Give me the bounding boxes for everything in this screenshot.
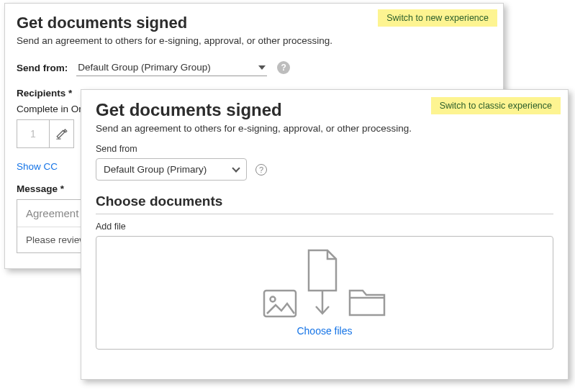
message-label: Message * [17,183,64,194]
file-download-icon [306,249,339,318]
order-number-input[interactable]: 1 [17,119,50,148]
new-panel: Switch to classic experience Get documen… [81,89,569,380]
page-subtitle: Send an agreement to others for e-signin… [17,35,492,46]
pen-icon [55,127,68,140]
send-from-value: Default Group (Primary) [104,164,207,175]
image-icon [263,289,297,318]
send-from-select[interactable]: Default Group (Primary) [96,158,247,181]
sign-role-button[interactable] [50,119,74,148]
choose-documents-heading: Choose documents [96,193,553,209]
svg-point-1 [271,297,276,302]
switch-to-classic-link[interactable]: Switch to classic experience [431,97,561,114]
caret-down-icon [258,65,266,70]
send-from-select[interactable]: Default Group (Primary Group) [76,59,267,76]
divider [96,214,553,214]
switch-to-new-link[interactable]: Switch to new experience [378,9,497,27]
file-dropzone[interactable]: Choose files [96,236,553,350]
send-from-value: Default Group (Primary Group) [78,62,211,73]
send-from-label: Send from: [17,63,68,73]
page-subtitle: Send an agreement to others for e-signin… [96,123,553,134]
help-icon[interactable]: ? [255,164,267,176]
add-file-label: Add file [96,222,553,232]
choose-files-link[interactable]: Choose files [296,325,352,337]
chevron-down-icon [232,164,240,172]
help-icon[interactable]: ? [277,61,290,74]
complete-order-label: Complete in Ord [17,104,87,114]
recipients-label: Recipients * [17,88,72,99]
dropzone-icons [263,249,386,318]
folder-icon [348,288,386,318]
send-from-label: Send from [96,144,553,154]
